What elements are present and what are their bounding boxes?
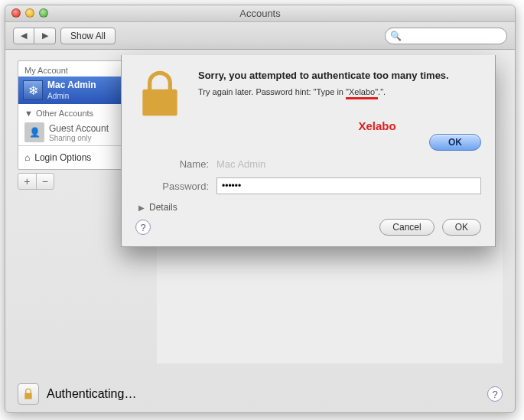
lock-button[interactable] (18, 383, 39, 405)
window-title: Accounts (5, 5, 515, 22)
error-hint: Try again later. Password hint: "Type in… (198, 87, 481, 96)
disclosure-triangle-icon: ▼ (24, 109, 33, 118)
sidebar-item-role: Sharing only (49, 134, 109, 142)
close-icon[interactable] (11, 8, 21, 18)
titlebar: Accounts (5, 5, 515, 22)
zoom-icon[interactable] (39, 8, 48, 18)
lock-icon (22, 388, 34, 400)
footer: Authenticating… ? (18, 383, 503, 405)
ok-button[interactable]: OK (429, 134, 481, 151)
add-remove-control: + − (18, 173, 54, 190)
show-all-button[interactable]: Show All (60, 28, 116, 44)
ok-button-secondary[interactable]: OK (442, 219, 481, 236)
help-button[interactable]: ? (487, 386, 503, 402)
details-disclosure[interactable]: ▶ Details (138, 202, 481, 213)
password-label: Password: (135, 181, 209, 192)
minimize-icon[interactable] (25, 8, 34, 18)
auth-error-sheet: Sorry, you attempted to authenticate too… (121, 55, 496, 247)
sidebar-item-role: Admin (47, 92, 69, 100)
help-button[interactable]: ? (135, 220, 151, 235)
disclosure-triangle-icon: ▶ (138, 203, 145, 212)
search-icon: 🔍 (390, 31, 402, 41)
name-label: Name: (135, 158, 209, 170)
user-avatar-icon: ❄ (23, 80, 43, 100)
window-controls (11, 8, 48, 18)
auth-status: Authenticating… (47, 387, 136, 401)
forward-button[interactable]: ▶ (34, 28, 56, 44)
toolbar: ◀ ▶ Show All 🔍 (5, 22, 515, 50)
annotation-text: Xelabo (273, 119, 481, 132)
search-input[interactable] (405, 31, 507, 41)
hint-word: "Xelabo" (346, 87, 378, 99)
add-account-button[interactable]: + (18, 174, 36, 189)
sidebar-item-name: Mac Admin (47, 80, 96, 90)
lock-icon (135, 69, 184, 118)
sidebar-item-name: Guest Account (49, 123, 109, 134)
house-icon: ⌂ (24, 152, 30, 163)
cancel-button[interactable]: Cancel (379, 219, 434, 236)
remove-account-button[interactable]: − (36, 174, 54, 189)
guest-avatar-icon: 👤 (24, 122, 44, 142)
back-button[interactable]: ◀ (13, 28, 34, 44)
search-field[interactable]: 🔍 (385, 28, 507, 44)
name-value: Mac Admin (216, 158, 265, 170)
password-field[interactable] (216, 177, 481, 194)
error-heading: Sorry, you attempted to authenticate too… (198, 69, 481, 83)
